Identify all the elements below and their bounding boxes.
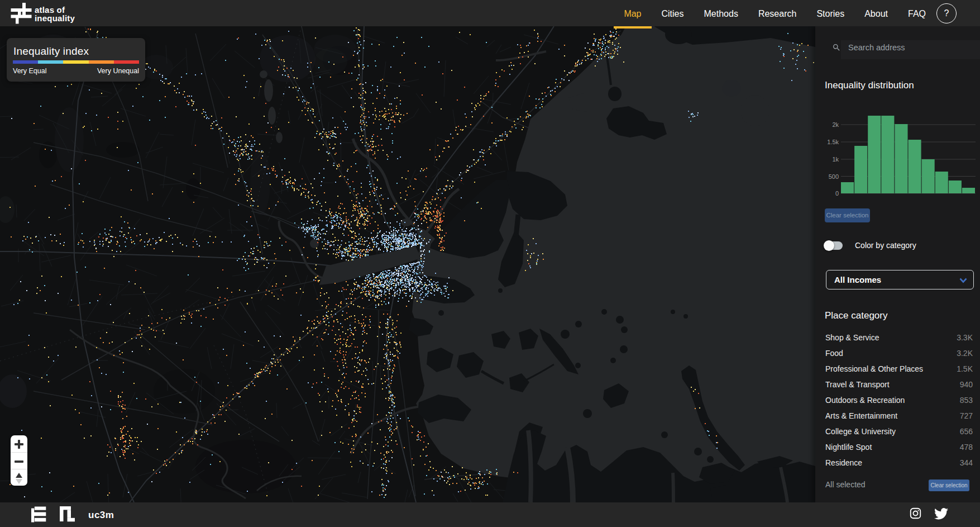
svg-text:500: 500 bbox=[829, 173, 839, 180]
svg-text:2k: 2k bbox=[832, 121, 839, 128]
svg-text:1.5k: 1.5k bbox=[827, 139, 839, 145]
svg-text:1k: 1k bbox=[832, 156, 839, 163]
svg-text:0: 0 bbox=[835, 190, 839, 197]
